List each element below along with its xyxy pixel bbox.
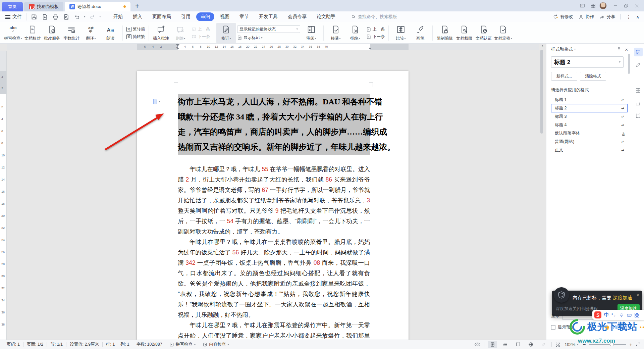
print-icon[interactable] [52,13,59,20]
read-aloud-button[interactable]: A))) 朗读 [101,23,120,43]
first-line-indent-marker[interactable] [176,44,179,46]
trad-to-simp-button[interactable]: 简繁转简 [126,27,145,32]
menu-tab[interactable]: 视图 [216,12,234,21]
proofread-button[interactable]: a- 文档校对 [23,23,42,43]
keyboard-icon[interactable] [627,312,632,318]
style-item[interactable]: 标题 1↵ [551,96,628,104]
doc-finalize-button[interactable]: 文档定稿▾ [493,23,513,43]
track-changes-button[interactable]: 修订▾ [216,23,236,43]
restrict-editing-button[interactable]: 限制编辑 [435,23,454,43]
status-section[interactable]: 节: 1/1 [47,342,66,347]
next-change-button[interactable]: 下一条 [366,34,385,40]
pen-tool-icon[interactable] [634,60,643,69]
simp-to-trad-button[interactable]: 繁简转繁 [126,34,145,40]
sogou-logo-icon[interactable]: S [594,311,601,318]
home-tab[interactable]: 首页 [2,2,23,11]
ime-toolbox-icon[interactable] [635,313,639,317]
hanging-indent-marker[interactable] [176,47,179,49]
user-avatar[interactable] [599,2,607,9]
menu-tab[interactable]: 论文助手 [312,12,340,21]
scrollbar-thumb[interactable] [540,50,543,134]
outline-view-icon[interactable] [500,341,510,348]
selected-heading-block[interactable]: 街市上车水马龙，人山人海，好不热闹。DAU 和各种不错哦款十分还是你 34 瞧，… [178,94,370,155]
menu-tab[interactable]: 引用 [177,12,195,21]
menu-tab[interactable]: 页面布局 [148,12,175,21]
popup-close-icon[interactable]: ✕ [636,293,640,298]
minimize-button[interactable] [611,1,620,10]
command-search[interactable]: 查找命令、搜索模板 [351,14,397,20]
fit-page-icon[interactable] [555,342,560,347]
zoom-in-button[interactable]: + [629,342,632,347]
status-word-count[interactable]: 字数: 102/887 [133,342,166,347]
accept-button[interactable]: 接受▾ [326,23,345,43]
fullscreen-icon[interactable] [636,342,641,347]
horizontal-ruler[interactable]: 642246810121416182022242628303234363840 [7,44,539,50]
status-page[interactable]: 页面: 1/2 [23,342,47,347]
markup-state-combo[interactable]: 显示标记的最终状态 ▾ [237,26,300,33]
style-item[interactable]: 标题 2↵ [551,104,628,112]
word-count-button[interactable]: 字数统计 [62,23,81,43]
translate-button[interactable]: a⇄中 翻译▾ [81,23,101,43]
zoom-level[interactable]: 102% [565,342,575,347]
modified-status[interactable]: 有修改 [553,14,573,20]
insert-comment-button[interactable]: 插入批注 [151,23,171,43]
share-button[interactable]: 分享 [599,14,615,20]
panel-title-caret-icon[interactable]: ▾ [574,48,576,51]
style-item[interactable]: 正文↵ [551,146,628,154]
restore-button[interactable] [622,1,631,10]
collaborate-button[interactable]: 协作 [578,14,594,20]
show-preview-checkbox[interactable] [551,325,555,330]
compare-button[interactable]: 比较▾ [391,23,411,43]
chart-tool-icon[interactable] [634,99,643,107]
style-item[interactable]: 标题 3↵ [551,112,628,121]
styles-format-icon[interactable] [634,48,643,56]
body-text[interactable]: 年味儿在哪里？哦，年味儿 55 在爷爷一幅幅笔墨飘香的对联里。进入腊 2 月，街… [178,164,370,340]
document-tab[interactable]: W 盼望着.docx [65,2,130,11]
doc-permission-button[interactable]: 文档权限 [454,23,474,43]
document-page[interactable]: 街市上车水马龙，人山人海，好不热闹。DAU 和各种不错哦款十分还是你 34 瞧，… [137,71,409,340]
save-icon[interactable] [30,13,38,20]
file-menu-button[interactable]: 文件 [0,14,26,20]
apps-grid-icon[interactable] [589,1,597,10]
status-content-check[interactable]: 内容检查▾ [199,342,232,347]
style-item[interactable]: 普通(网站)↵ [551,138,628,146]
menu-tab[interactable]: 会员专享 [283,12,311,21]
close-button[interactable] [633,1,641,10]
print-preview-icon[interactable] [62,13,70,20]
document-scrollbar[interactable] [540,48,543,339]
ink-button[interactable]: 画笔 [411,23,430,43]
more-menu-icon[interactable]: ⋮ [626,14,631,19]
reject-button[interactable]: 拒绝▾ [345,23,365,43]
menu-tab[interactable]: 开发工具 [255,12,282,21]
undo-caret-icon[interactable]: ▾ [84,15,86,18]
web-layout-icon[interactable] [526,341,535,348]
material-library-icon[interactable] [634,86,643,95]
new-style-button[interactable]: 新样式... [551,72,577,81]
status-spellcheck[interactable]: 拼写检查▾ [166,342,199,347]
style-item[interactable]: 标题 4↵ [551,121,628,129]
paragraph-style-button[interactable]: ▾ [153,99,160,104]
doc-certify-button[interactable]: 文档认证 [474,23,493,43]
scroll-up-arrow-icon[interactable]: ∧ [541,44,544,48]
menu-tab[interactable]: 插入 [128,12,147,21]
ime-punctuation-toggle[interactable]: °， [611,312,616,317]
zoom-out-button[interactable]: − [583,342,586,348]
tab-layout-icon[interactable]: 1 [578,1,587,10]
read-layout-icon[interactable] [513,341,523,348]
docer-template-tab[interactable]: 找稻壳模板 [24,2,63,11]
new-tab-button[interactable]: + [132,2,143,11]
show-markup-button[interactable]: 显示标记▾ [237,35,300,41]
status-page-number[interactable]: 页码: 1 [3,342,23,347]
smart-typeset-link[interactable]: 智能排版 [604,325,627,330]
zoom-slider[interactable] [589,344,626,345]
prev-change-button[interactable]: 上一条 [366,27,385,32]
correction-service-button[interactable]: 批改服务 [42,23,62,43]
review-pane-button[interactable]: 审阅▾ [302,23,321,43]
right-indent-marker[interactable] [368,47,372,49]
current-style-box[interactable]: 标题 2 ▾ [551,56,624,68]
menu-tab[interactable]: 审阅 [196,12,214,21]
reference-book-icon[interactable] [634,111,643,120]
collapse-ribbon-icon[interactable]: ∧ [636,14,639,19]
vertical-ruler[interactable]: 422468101214161820222426283032343638 [0,51,7,340]
customize-toolbar-caret-icon[interactable]: ▿ [100,15,101,18]
